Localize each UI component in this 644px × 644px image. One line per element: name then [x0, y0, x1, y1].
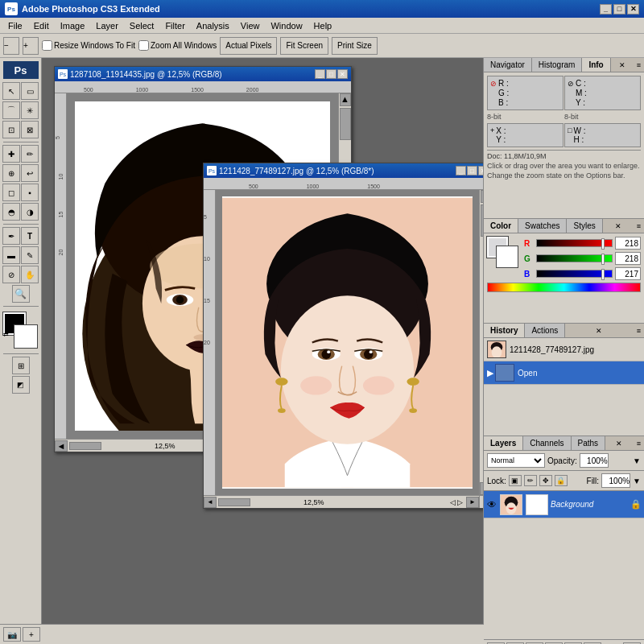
lock-transparency-btn[interactable]: ▣: [509, 475, 522, 486]
color-r-slider[interactable]: [536, 239, 613, 247]
doc2-title-bar[interactable]: Ps 1211428_77489127.jpg @ 12,5% (RGB/8*)…: [204, 163, 483, 178]
color-b-thumb[interactable]: [601, 269, 605, 280]
doc1-close[interactable]: ✕: [337, 69, 348, 79]
tool-notes[interactable]: ✎: [21, 246, 39, 264]
doc2-nav-left[interactable]: ◁: [450, 498, 456, 506]
doc2-scroll-h-left[interactable]: ◄: [204, 497, 217, 508]
tab-navigator[interactable]: Navigator: [484, 58, 532, 72]
tool-eyedropper[interactable]: ⊘: [2, 266, 20, 283]
doc1-minimize[interactable]: _: [315, 69, 325, 79]
zoom-in-btn[interactable]: +: [23, 37, 39, 55]
fit-screen-btn[interactable]: Fit Screen: [280, 37, 328, 55]
history-open-item[interactable]: ▶ Open: [484, 361, 644, 385]
tab-info[interactable]: Info: [582, 58, 610, 72]
background-color[interactable]: [14, 325, 37, 348]
color-b-input[interactable]: [615, 267, 641, 280]
fill-arrow[interactable]: ▼: [633, 477, 641, 485]
standard-screen-btn[interactable]: ⊞: [12, 357, 30, 374]
swap-colors-icon[interactable]: ⇄: [3, 331, 9, 338]
opacity-arrow[interactable]: ▼: [633, 456, 641, 465]
tool-dodge[interactable]: ◑: [21, 203, 39, 221]
zoom-all-checkbox[interactable]: Zoom All Windows: [138, 40, 217, 51]
tab-swatches[interactable]: Swatches: [518, 219, 567, 233]
history-new-btn[interactable]: +: [23, 627, 40, 642]
menu-help[interactable]: Help: [309, 19, 337, 32]
tab-layers[interactable]: Layers: [484, 436, 523, 450]
doc1-scroll-v-up[interactable]: ▲: [340, 93, 351, 106]
doc2-scroll-h-thumb[interactable]: [218, 498, 250, 506]
tool-blur[interactable]: ◓: [2, 203, 20, 221]
tool-magic-wand[interactable]: ✳: [21, 101, 39, 119]
quick-mask-btn[interactable]: ◩: [12, 376, 30, 394]
tool-arrow[interactable]: ↖: [2, 82, 20, 100]
menu-image[interactable]: Image: [56, 19, 90, 32]
lock-move-btn[interactable]: ✥: [539, 475, 552, 486]
tab-histogram[interactable]: Histogram: [532, 58, 583, 72]
history-snapshot-item[interactable]: 1211428_77489127.jpg: [484, 338, 644, 361]
print-size-btn[interactable]: Print Size: [332, 37, 378, 55]
layer-eye-icon[interactable]: 👁: [486, 499, 497, 510]
doc1-maximize[interactable]: □: [326, 69, 336, 79]
tool-crop[interactable]: ⊡: [2, 121, 20, 138]
history-panel-menu[interactable]: ≡: [634, 325, 644, 336]
fill-input[interactable]: [601, 473, 630, 488]
tab-styles[interactable]: Styles: [567, 219, 602, 233]
doc1-scroll-h-thumb[interactable]: [69, 442, 101, 450]
color-g-slider[interactable]: [536, 254, 613, 262]
close-btn[interactable]: ✕: [627, 4, 639, 14]
tab-channels[interactable]: Channels: [523, 436, 571, 450]
menu-select[interactable]: Select: [125, 19, 159, 32]
opacity-input[interactable]: [580, 453, 609, 468]
doc2-scroll-h[interactable]: ◄ ► 12,5% ◁ ▷: [204, 495, 479, 508]
menu-edit[interactable]: Edit: [29, 19, 54, 32]
color-b-slider[interactable]: [536, 270, 613, 278]
doc1-scroll-thumb[interactable]: [340, 108, 351, 140]
menu-file[interactable]: File: [3, 19, 27, 32]
tool-lasso[interactable]: ⌒: [2, 101, 20, 119]
color-r-thumb[interactable]: [601, 238, 605, 250]
color-g-thumb[interactable]: [601, 254, 605, 265]
minimize-btn[interactable]: _: [600, 4, 612, 14]
doc2-close[interactable]: ✕: [478, 166, 483, 175]
resize-windows-checkbox[interactable]: Resize Windows To Fit: [42, 40, 135, 51]
maximize-btn[interactable]: □: [613, 4, 625, 14]
menu-analysis[interactable]: Analysis: [192, 19, 234, 32]
nav-panel-close[interactable]: ✕: [616, 60, 629, 71]
tool-text[interactable]: T: [21, 227, 39, 245]
menu-layer[interactable]: Layer: [91, 19, 123, 32]
color-g-input[interactable]: [615, 252, 641, 265]
tool-brush[interactable]: ✏: [21, 145, 39, 163]
doc2-scroll-v[interactable]: ▲ ▼: [479, 190, 483, 495]
tool-pen[interactable]: ✒: [2, 227, 20, 245]
doc2-maximize[interactable]: □: [467, 166, 477, 175]
layer-background[interactable]: 👁 Background 🔒: [484, 491, 644, 518]
menu-filter[interactable]: Filter: [160, 19, 189, 32]
lock-image-btn[interactable]: ✏: [524, 475, 537, 486]
layers-blend-mode-select[interactable]: Normal: [487, 453, 545, 468]
history-panel-close[interactable]: ✕: [592, 325, 605, 336]
tab-color[interactable]: Color: [484, 219, 518, 233]
color-panel-close[interactable]: ✕: [612, 221, 625, 232]
tool-shape[interactable]: ▬: [2, 246, 20, 264]
tool-hand[interactable]: ✋: [21, 266, 39, 283]
tool-zoom[interactable]: 🔍: [12, 285, 30, 303]
doc1-title-bar[interactable]: Ps 1287108_11914435.jpg @ 12,5% (RGB/8) …: [55, 67, 351, 81]
tool-stamp[interactable]: ⊕: [2, 164, 20, 182]
doc2-scroll-v-thumb[interactable]: [481, 204, 483, 237]
tab-paths[interactable]: Paths: [572, 436, 606, 450]
doc2-scroll-v-down[interactable]: ▼: [480, 482, 483, 495]
tool-slice[interactable]: ⊠: [21, 121, 39, 138]
menu-window[interactable]: Window: [266, 19, 307, 32]
color-r-input[interactable]: [615, 237, 641, 250]
color-spectrum-bar[interactable]: [487, 283, 641, 292]
lock-all-btn[interactable]: 🔒: [555, 475, 568, 486]
history-snapshot-btn[interactable]: 📷: [3, 627, 21, 642]
tool-history-brush[interactable]: ↩: [21, 164, 39, 182]
doc2-minimize[interactable]: _: [456, 166, 466, 175]
tab-actions[interactable]: Actions: [525, 324, 565, 337]
doc2-scroll-v-up[interactable]: ▲: [481, 190, 483, 203]
doc2-scroll-h-right[interactable]: ►: [466, 497, 479, 508]
tool-marquee[interactable]: ▭: [21, 82, 39, 100]
zoom-out-btn[interactable]: −: [3, 37, 19, 55]
tool-healing[interactable]: ✚: [2, 145, 20, 163]
